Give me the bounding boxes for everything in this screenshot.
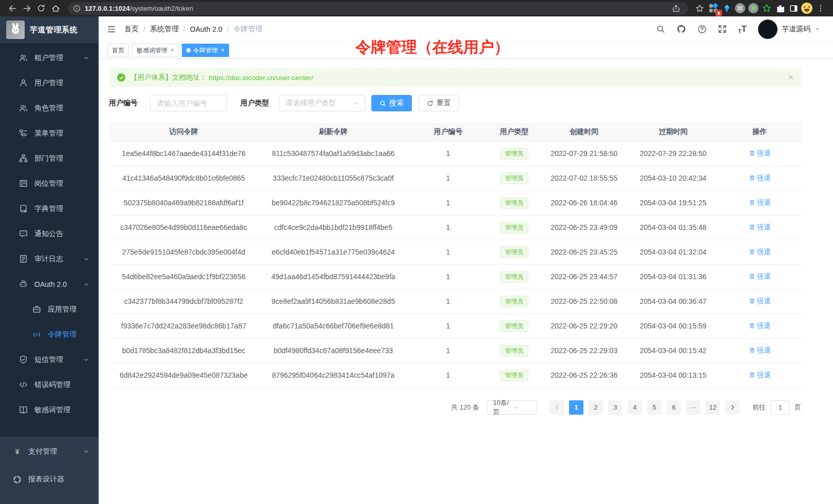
table-row: c342377bf8b344799dcbf7bf095287f29ce8ef2a… <box>109 289 801 314</box>
sidebar-menu: 租户管理用户管理角色管理菜单管理部门管理岗位管理字典管理通知公告审计日志OAut… <box>0 43 99 422</box>
sidebar-item-sms[interactable]: 短信管理 <box>0 347 99 372</box>
goto-label: 前往 <box>752 403 766 412</box>
sidebar-item-oauth2-app[interactable]: 应用管理 <box>0 297 99 322</box>
force-logout-button[interactable]: 强退 <box>749 223 771 232</box>
extension-star-icon[interactable] <box>760 2 773 15</box>
sidebar-item-role[interactable]: 角色管理 <box>0 95 99 121</box>
search-button[interactable]: 搜索 <box>371 95 412 111</box>
access-token-cell: 54d6be82ee5a460a9aedc1f9bf223656 <box>109 264 258 289</box>
created-time-cell: 2022-07-29 21:58:50 <box>540 141 628 166</box>
extension-record-icon[interactable] <box>747 2 760 15</box>
table-row: 1ea5e44f8bc1467aaede43144f31de76811c5304… <box>109 141 801 166</box>
sidebar-item-audit-log[interactable]: 审计日志 <box>0 246 99 272</box>
sidebar-item-dict[interactable]: 字典管理 <box>0 196 99 221</box>
breadcrumb-item[interactable]: 系统管理 <box>150 25 179 34</box>
force-logout-button[interactable]: 强退 <box>749 272 771 281</box>
extension-command-icon[interactable] <box>733 2 747 15</box>
user-id-label: 用户编号 <box>109 99 138 108</box>
alert-close-icon[interactable]: ✕ <box>787 73 794 82</box>
sidebar-item-report-designer[interactable]: 报表设计器 <box>0 466 99 493</box>
app-logo-bar[interactable]: 芋道管理系统 <box>0 16 99 43</box>
page-button-3[interactable]: 3 <box>608 400 622 415</box>
reset-button[interactable]: 重置 <box>419 95 459 111</box>
tab-home[interactable]: 首页 <box>107 44 129 57</box>
force-logout-button[interactable]: 强退 <box>749 321 771 331</box>
svg-text:¥: ¥ <box>15 448 19 456</box>
screen: 127.0.0.1:1024/system/oauth2/token 9 芋道管… <box>0 0 833 504</box>
page-button-4[interactable]: 4 <box>628 400 642 415</box>
force-logout-button[interactable]: 强退 <box>749 297 771 306</box>
reload-icon[interactable] <box>34 1 48 15</box>
side-panel-icon[interactable] <box>787 2 800 15</box>
force-logout-button[interactable]: 强退 <box>749 346 771 355</box>
tab-token[interactable]: 令牌管理× <box>182 44 229 57</box>
sidebar-item-user[interactable]: 用户管理 <box>0 70 99 95</box>
fullscreen-icon[interactable] <box>718 25 727 33</box>
forward-icon[interactable] <box>20 1 34 15</box>
user-menu[interactable]: 芋道源码 <box>758 20 821 39</box>
page-button-2[interactable]: 2 <box>589 400 603 415</box>
sidebar-item-label: 用户管理 <box>34 79 63 88</box>
breadcrumb: 首页/系统管理/OAuth 2.0/令牌管理 <box>124 25 262 34</box>
table-row: 41c41346a548490f9dc8b01c6bfe0865333ecfc7… <box>109 166 801 190</box>
shield-icon <box>18 355 28 364</box>
tab-close-icon[interactable]: × <box>171 47 174 54</box>
sidebar-item-tenant[interactable]: 租户管理 <box>0 45 99 70</box>
sidebar-item-notice[interactable]: 通知公告 <box>0 221 99 246</box>
sidebar-item-post[interactable]: 岗位管理 <box>0 171 99 196</box>
sidebar-item-menu[interactable]: 菜单管理 <box>0 121 99 146</box>
page-button-5[interactable]: 5 <box>647 400 661 415</box>
help-icon[interactable] <box>697 25 707 34</box>
extension-grid-icon[interactable]: 9 <box>707 2 720 15</box>
sidebar-item-oauth2[interactable]: OAuth 2.0 <box>0 272 99 297</box>
back-icon[interactable] <box>5 1 20 15</box>
sidebar-menu-lower: ¥支付管理报表设计器 <box>0 437 99 504</box>
user-type-select[interactable]: 请选择用户类型 <box>279 95 365 111</box>
force-logout-button[interactable]: 强退 <box>749 149 771 158</box>
font-size-icon[interactable]: TT <box>738 24 747 34</box>
page-button-12[interactable]: 12 <box>706 400 720 415</box>
force-logout-button[interactable]: 强退 <box>749 198 771 207</box>
browser-menu-icon[interactable] <box>813 1 828 15</box>
github-icon[interactable] <box>676 24 686 34</box>
extension-puzzle-icon[interactable] <box>773 2 787 15</box>
page-button-6[interactable]: 6 <box>667 400 681 415</box>
alert-doc-link[interactable]: https://doc.iocoder.cn/user-center/ <box>209 74 313 82</box>
collapse-sidebar-icon[interactable] <box>107 25 116 34</box>
next-page-button[interactable] <box>725 400 740 415</box>
share-icon[interactable] <box>669 1 683 15</box>
force-logout-button[interactable]: 强退 <box>749 371 771 380</box>
refresh-token-cell: 8796295f04064c2983414cc54af1097a <box>258 363 408 387</box>
force-logout-button[interactable]: 强退 <box>749 173 771 183</box>
prev-page-button[interactable] <box>550 400 564 415</box>
page-button-1[interactable]: 1 <box>569 400 583 415</box>
goto-page-input[interactable] <box>771 400 789 415</box>
sidebar-item-sensitive-word[interactable]: 敏感词管理 <box>0 397 99 422</box>
address-bar[interactable]: 127.0.0.1:1024/system/oauth2/token <box>68 2 688 15</box>
sidebar-item-oauth2-token[interactable]: A令牌管理 <box>0 322 99 347</box>
home-icon[interactable] <box>48 1 63 15</box>
chevron-down-icon <box>513 404 532 411</box>
bookmark-star-icon[interactable] <box>692 1 707 15</box>
sidebar-item-error-code[interactable]: 错误码管理 <box>0 372 99 397</box>
actions-cell: 强退 <box>718 264 801 289</box>
profile-avatar-icon[interactable] <box>800 2 813 15</box>
extension-kite-icon[interactable] <box>720 2 733 15</box>
force-logout-button[interactable]: 强退 <box>749 247 771 257</box>
tab-close-icon[interactable]: × <box>221 47 224 54</box>
refresh-token-cell: dfa6c71a50a54c66bef706ef9e6e8d81 <box>258 314 408 338</box>
search-icon[interactable] <box>656 25 665 33</box>
expire-time-cell: 2054-03-04 01:32:04 <box>628 240 718 264</box>
breadcrumb-item[interactable]: 首页 <box>124 25 139 34</box>
sidebar-item-dept[interactable]: 部门管理 <box>0 146 99 171</box>
refresh-token-cell: 333ecfc71e02480cb11055c875c3ca0f <box>258 166 408 190</box>
breadcrumb-item[interactable]: OAuth 2.0 <box>190 25 222 33</box>
tab-sensitive-word[interactable]: 敏感词管理× <box>132 44 179 57</box>
user-id-input[interactable] <box>150 95 227 111</box>
expire-time-cell: 2054-03-04 00:13:15 <box>628 363 718 387</box>
user-id-cell: 1 <box>408 215 488 240</box>
site-info-icon[interactable] <box>73 5 81 12</box>
annotation-text: 令牌管理（在线用户） <box>355 37 509 58</box>
sidebar-item-pay[interactable]: ¥支付管理 <box>0 438 99 466</box>
page-size-select[interactable]: 10条/页 <box>487 400 537 415</box>
